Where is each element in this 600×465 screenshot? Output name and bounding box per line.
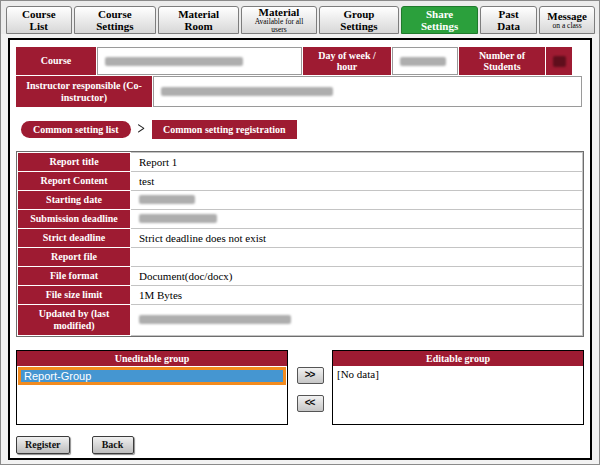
tab-sublabel: Available for all users xyxy=(249,18,309,35)
report-row-label: Updated by (last modified) xyxy=(18,305,131,336)
report-row-value xyxy=(131,248,583,267)
redacted-students-count xyxy=(553,56,566,67)
report-row-label: Report file xyxy=(18,248,131,267)
course-label: Course xyxy=(16,47,96,75)
no-data-text: [No data] xyxy=(334,367,382,381)
report-row-value: Report 1 xyxy=(131,153,583,172)
report-row-value: Document(doc/docx) xyxy=(131,267,583,286)
students-label: Number of Students xyxy=(459,47,545,75)
tab-label: Share Settings xyxy=(409,8,470,32)
tab-label: Material Room xyxy=(166,8,231,32)
back-button[interactable]: Back xyxy=(92,436,134,454)
breadcrumb: Common setting list > Common setting reg… xyxy=(21,119,584,139)
tab-label: Course List xyxy=(14,8,64,32)
report-row-label: Report title xyxy=(18,153,131,172)
tab-share-settings[interactable]: Share Settings xyxy=(401,6,478,34)
report-row-updated-by-last-modified: Updated by (last modified) xyxy=(18,305,583,336)
report-row-label: Strict deadline xyxy=(18,229,131,248)
tab-past-data[interactable]: Past Data xyxy=(480,6,537,34)
report-row-value xyxy=(131,210,583,229)
course-info-row-2: Instructor responsible (Co-instructor) xyxy=(16,76,584,107)
footer-actions: Register Back xyxy=(16,436,584,454)
report-row-strict-deadline: Strict deadlineStrict deadline does not … xyxy=(18,229,583,248)
tab-course-list[interactable]: Course List xyxy=(6,6,72,34)
report-row-value: 1M Bytes xyxy=(131,286,583,305)
report-row-value: Strict deadline does not exist xyxy=(131,229,583,248)
breadcrumb-separator-icon: > xyxy=(138,119,145,140)
tab-message[interactable]: Messageon a class xyxy=(539,6,595,34)
redacted-text xyxy=(139,195,195,204)
redacted-instructor-name xyxy=(161,87,333,96)
tab-label: Past Data xyxy=(488,8,529,32)
move-left-button[interactable]: << xyxy=(297,395,324,412)
uneditable-group-panel: Uneditable group Report-Group xyxy=(16,350,288,425)
report-row-label: Submission deadline xyxy=(18,210,131,229)
tab-label: Material xyxy=(259,6,300,18)
day-hour-label: Day of week / hour xyxy=(303,47,391,75)
report-row-value: test xyxy=(131,172,583,191)
redacted-course-name xyxy=(105,57,243,66)
redacted-text xyxy=(139,214,217,223)
report-table: Report titleReport 1Report ContenttestSt… xyxy=(17,152,583,336)
redacted-text xyxy=(139,315,291,324)
course-value xyxy=(97,47,302,75)
common-setting-list-button[interactable]: Common setting list xyxy=(21,121,131,138)
report-row-report-content: Report Contenttest xyxy=(18,172,583,191)
uneditable-group-list[interactable]: Report-Group xyxy=(17,366,287,424)
report-row-report-file: Report file xyxy=(18,248,583,267)
report-row-report-title: Report titleReport 1 xyxy=(18,153,583,172)
instructor-value xyxy=(153,76,582,107)
tab-sublabel: on a class xyxy=(553,22,582,30)
editable-group-panel: Editable group [No data] xyxy=(332,350,584,425)
report-table-wrap: Report titleReport 1Report ContenttestSt… xyxy=(16,151,584,337)
tab-group-settings[interactable]: Group Settings xyxy=(319,6,399,34)
report-row-file-format: File formatDocument(doc/docx) xyxy=(18,267,583,286)
instructor-label: Instructor responsible (Co-instructor) xyxy=(16,76,152,107)
tab-material[interactable]: MaterialAvailable for all users xyxy=(241,6,317,34)
report-row-label: File format xyxy=(18,267,131,286)
editable-group-header: Editable group xyxy=(333,351,583,366)
common-setting-registration-label: Common setting registration xyxy=(152,120,297,139)
day-hour-value xyxy=(392,47,458,75)
course-info-row-1: Course Day of week / hour Number of Stud… xyxy=(16,47,584,75)
group-move-buttons: >> << xyxy=(297,367,324,412)
report-row-label: File size limit xyxy=(18,286,131,305)
report-row-value xyxy=(131,191,583,210)
students-value xyxy=(546,47,572,75)
report-row-file-size-limit: File size limit1M Bytes xyxy=(18,286,583,305)
report-row-starting-date: Starting date xyxy=(18,191,583,210)
tab-course-settings[interactable]: Course Settings xyxy=(74,6,157,34)
course-info-table: Course Day of week / hour Number of Stud… xyxy=(16,47,584,107)
tab-label: Group Settings xyxy=(327,8,391,32)
group-item-report-group[interactable]: Report-Group xyxy=(18,367,286,385)
editable-group-list[interactable]: [No data] xyxy=(333,366,583,424)
report-table-body: Report titleReport 1Report ContenttestSt… xyxy=(18,153,583,336)
tab-material-room[interactable]: Material Room xyxy=(158,6,239,34)
tab-label: Course Settings xyxy=(82,8,149,32)
report-row-value xyxy=(131,305,583,336)
uneditable-group-header: Uneditable group xyxy=(17,351,287,366)
content-panel: Course Day of week / hour Number of Stud… xyxy=(8,38,592,460)
tab-bar: Course ListCourse SettingsMaterial RoomM… xyxy=(1,1,599,34)
report-row-submission-deadline: Submission deadline xyxy=(18,210,583,229)
report-row-label: Report Content xyxy=(18,172,131,191)
move-right-button[interactable]: >> xyxy=(297,367,324,384)
redacted-day-hour xyxy=(400,57,446,66)
report-row-label: Starting date xyxy=(18,191,131,210)
register-button[interactable]: Register xyxy=(16,436,70,454)
group-assignment-section: Uneditable group Report-Group >> << Edit… xyxy=(16,350,584,425)
